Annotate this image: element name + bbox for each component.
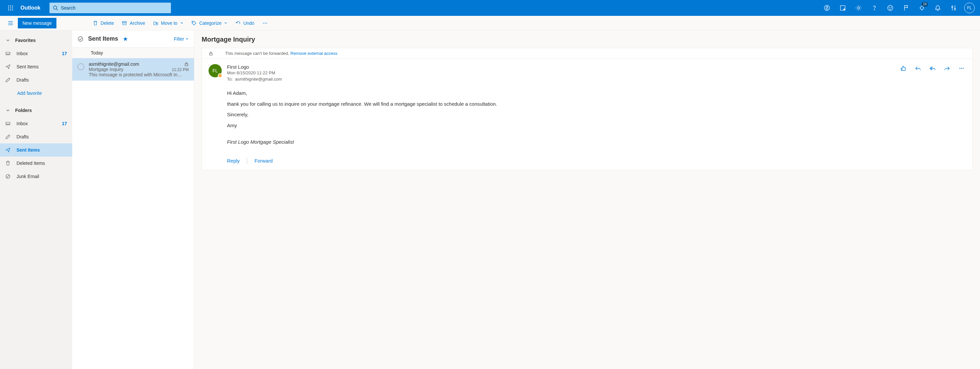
diamond-icon[interactable]: 19 xyxy=(914,0,930,16)
folder-drafts[interactable]: Drafts xyxy=(0,130,72,143)
notes-icon[interactable] xyxy=(835,0,851,16)
nav-inbox[interactable]: Inbox 17 xyxy=(0,47,72,60)
nav-sent-items[interactable]: Sent Items xyxy=(0,60,72,73)
move-to-button[interactable]: Move to xyxy=(149,16,188,30)
header-icons: 19 FL xyxy=(819,0,977,16)
filter-button[interactable]: Filter xyxy=(174,36,189,42)
svg-point-9 xyxy=(54,6,57,9)
body-line: Amy xyxy=(227,122,966,129)
message-list: Sent Items ★ Filter Today asmithignite@g… xyxy=(72,30,194,369)
account-avatar[interactable]: FL xyxy=(961,0,977,16)
tools-icon[interactable] xyxy=(946,0,961,16)
svg-rect-23 xyxy=(123,21,126,22)
chevron-down-icon xyxy=(224,21,228,25)
more-icon[interactable] xyxy=(957,64,966,73)
favorite-star-icon[interactable]: ★ xyxy=(123,35,128,43)
nav-drafts[interactable]: Drafts xyxy=(0,73,72,86)
svg-point-16 xyxy=(889,7,889,8)
help-icon[interactable] xyxy=(867,0,882,16)
folder-sent-items[interactable]: Sent Items xyxy=(0,143,72,157)
reading-subject: Mortgage Inquiry xyxy=(202,36,973,43)
separator xyxy=(247,158,247,164)
chevron-down-icon xyxy=(5,109,11,112)
body-line: Sincerely, xyxy=(227,111,966,118)
brand-label: Outlook xyxy=(21,5,40,11)
sender-avatar[interactable]: FL xyxy=(208,64,222,77)
svg-point-8 xyxy=(12,9,13,10)
folder-inbox[interactable]: Inbox 17 xyxy=(0,117,72,130)
folders-header[interactable]: Folders xyxy=(0,104,72,117)
message-time: 11:22 PM xyxy=(172,67,189,72)
emoji-icon[interactable] xyxy=(882,0,898,16)
svg-point-18 xyxy=(951,6,953,8)
svg-line-29 xyxy=(6,175,9,178)
forward-icon[interactable] xyxy=(943,64,951,73)
protection-text: This message can't be forwarded. xyxy=(225,51,290,56)
message-body: Hi Adam, thank you for calling us to inq… xyxy=(202,85,972,156)
folder-nav: Favorites Inbox 17 Sent Items Drafts Add… xyxy=(0,30,72,369)
send-icon xyxy=(5,64,11,69)
svg-point-7 xyxy=(10,9,11,10)
reading-pane: Mortgage Inquiry This message can't be f… xyxy=(194,30,980,369)
svg-rect-32 xyxy=(210,53,212,55)
body-line: Hi Adam, xyxy=(227,89,966,97)
protection-banner: This message can't be forwarded. Remove … xyxy=(202,48,972,59)
reading-header: FL First Logo Mon 6/15/2020 11:22 PM To:… xyxy=(202,59,972,85)
signature: First Logo Mortgage Specialist xyxy=(227,138,966,146)
select-message-checkbox[interactable] xyxy=(78,64,84,70)
svg-point-33 xyxy=(959,68,961,69)
svg-point-3 xyxy=(8,7,9,8)
svg-point-13 xyxy=(858,7,859,9)
more-actions-button[interactable] xyxy=(258,16,272,30)
remove-access-link[interactable]: Remove external access xyxy=(290,51,337,56)
reply-icon[interactable] xyxy=(914,64,922,73)
undo-button[interactable]: Undo xyxy=(231,16,258,30)
bell-icon[interactable] xyxy=(930,0,946,16)
app-launcher-icon[interactable] xyxy=(3,0,19,16)
forward-button[interactable]: Forward xyxy=(255,158,272,163)
notification-badge: 19 xyxy=(921,2,928,6)
reading-footer: Reply Forward xyxy=(202,156,972,170)
svg-point-15 xyxy=(888,5,893,11)
favorites-header[interactable]: Favorites xyxy=(0,34,72,47)
svg-point-25 xyxy=(263,22,264,23)
new-message-button[interactable]: New message xyxy=(18,18,56,29)
like-icon[interactable] xyxy=(899,64,908,73)
hamburger-icon[interactable] xyxy=(4,16,17,30)
blocked-icon xyxy=(5,174,11,179)
select-all-icon[interactable] xyxy=(78,36,83,42)
add-favorite-link[interactable]: Add favorite xyxy=(0,86,72,100)
archive-button[interactable]: Archive xyxy=(118,16,149,30)
svg-point-2 xyxy=(12,5,13,6)
svg-point-34 xyxy=(961,68,962,69)
suite-header: Outlook 19 FL xyxy=(0,0,980,16)
settings-icon[interactable] xyxy=(851,0,867,16)
to-label: To: xyxy=(227,77,232,81)
folder-move-icon xyxy=(153,21,158,26)
inbox-icon xyxy=(5,51,11,56)
delete-button[interactable]: Delete xyxy=(89,16,118,30)
categorize-button[interactable]: Categorize xyxy=(188,16,232,30)
flag-icon[interactable] xyxy=(898,0,914,16)
to-value: asmithignite@gmail.com xyxy=(235,77,282,81)
message-item[interactable]: asmithignite@gmail.com Mortgage Inquiry … xyxy=(72,58,194,81)
svg-point-24 xyxy=(193,22,193,22)
lock-icon xyxy=(184,62,189,66)
svg-point-4 xyxy=(10,7,11,8)
search-icon xyxy=(53,5,58,11)
chevron-down-icon xyxy=(180,21,183,25)
search-input[interactable] xyxy=(61,5,168,11)
body-line: thank you for calling us to inquire on y… xyxy=(227,101,966,108)
command-bar: New message Delete Archive Move to Categ… xyxy=(0,16,980,30)
reply-button[interactable]: Reply xyxy=(227,158,240,163)
svg-point-27 xyxy=(266,22,267,23)
undo-icon xyxy=(235,21,240,26)
folder-junk-email[interactable]: Junk Email xyxy=(0,170,72,183)
ellipsis-icon xyxy=(262,21,267,26)
skype-icon[interactable] xyxy=(819,0,835,16)
search-box[interactable] xyxy=(49,3,171,13)
svg-point-30 xyxy=(78,37,83,41)
reply-all-icon[interactable] xyxy=(928,64,937,73)
trash-icon xyxy=(5,161,11,166)
folder-deleted-items[interactable]: Deleted Items xyxy=(0,157,72,170)
